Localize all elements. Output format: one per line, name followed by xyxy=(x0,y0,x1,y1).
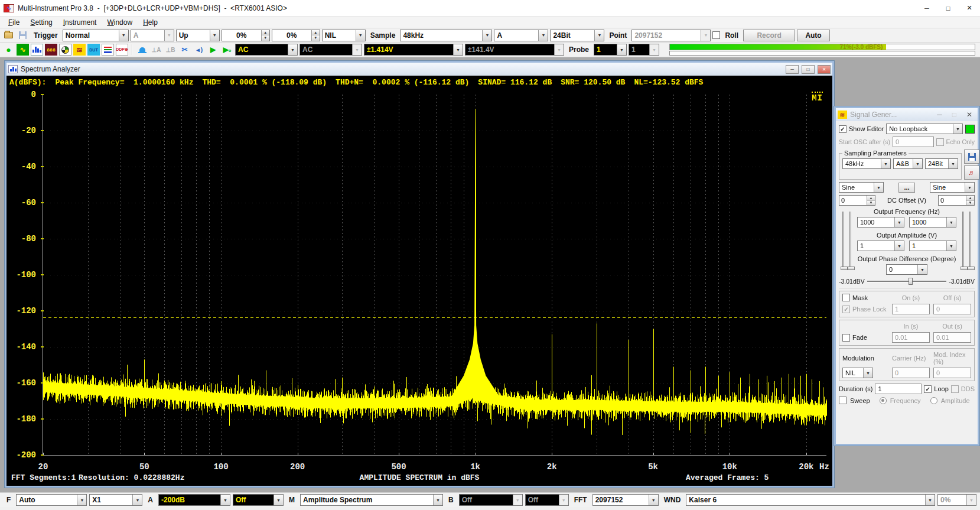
probe-calibration-icon[interactable]: ✂ xyxy=(178,44,191,56)
open-file-icon[interactable] xyxy=(2,30,15,41)
range-b-display-select[interactable]: Off▼ xyxy=(459,494,523,506)
mask-off-field[interactable]: 0 xyxy=(933,304,971,314)
show-editor-checkbox[interactable] xyxy=(839,125,846,133)
music-library-button[interactable]: ♬ xyxy=(964,165,979,180)
frequency-range-select[interactable]: Auto▼ xyxy=(16,494,87,506)
carrier-field[interactable]: 0 xyxy=(892,368,930,378)
trigger-level-stepper[interactable]: 0% ▲▼ xyxy=(222,30,270,41)
record-points-select[interactable]: 2097152▼ xyxy=(631,30,711,41)
run-indicator-button[interactable] xyxy=(965,125,975,134)
sweep-checkbox[interactable] xyxy=(839,397,846,404)
spectrum-3d-plot-icon[interactable] xyxy=(59,44,71,56)
play-icon[interactable]: ▶ xyxy=(207,44,219,56)
siggen-minimize-button[interactable]: ─ xyxy=(933,111,946,119)
bell-icon[interactable] xyxy=(136,44,148,56)
sampling-bits-select[interactable]: 24Bit▼ xyxy=(550,30,604,41)
spectrum-analyzer-icon[interactable] xyxy=(31,44,43,56)
duration-field[interactable]: 1 xyxy=(875,384,922,394)
siggen-channels-select[interactable]: A&B▼ xyxy=(893,158,923,169)
spectrum-canvas[interactable] xyxy=(41,90,830,461)
display-mode-select[interactable]: Amplitude Spectrum▼ xyxy=(300,494,443,506)
input-a-icon[interactable]: ⊥A xyxy=(150,44,162,56)
fade-out-field[interactable]: 0.01 xyxy=(933,332,971,343)
trigger-mode-select[interactable]: Normal▼ xyxy=(63,30,129,41)
waveform-more-button[interactable]: ... xyxy=(898,183,914,193)
maximize-button[interactable]: □ xyxy=(937,0,959,16)
sampling-rate-select[interactable]: 48kHz▼ xyxy=(400,30,492,41)
fade-checkbox[interactable] xyxy=(842,334,850,342)
minimize-button[interactable]: ─ xyxy=(916,0,937,16)
ddp-viewer-icon[interactable]: DDP⊕ xyxy=(116,44,128,56)
loop-checkbox[interactable] xyxy=(924,385,932,393)
fade-in-field[interactable]: 0.01 xyxy=(892,332,930,343)
trigger-delay-stepper[interactable]: 0% ▲▼ xyxy=(272,30,320,41)
trigger-edge-select[interactable]: Up▼ xyxy=(176,30,220,41)
speaker-icon[interactable]: ◄) xyxy=(193,44,205,56)
multimeter-icon[interactable]: 888 xyxy=(45,44,57,56)
window-function-select[interactable]: Kaiser 6▼ xyxy=(686,494,935,506)
menu-instrument[interactable]: Instrument xyxy=(58,17,102,28)
roll-checkbox[interactable] xyxy=(712,31,720,39)
record-button[interactable]: Record xyxy=(743,30,795,41)
phase-lock-checkbox[interactable] xyxy=(842,306,850,313)
start-osc-field[interactable]: 0 xyxy=(893,137,934,147)
amplitude-slider-a-outer[interactable] xyxy=(842,212,844,270)
frequency-b-select[interactable]: 1000▼ xyxy=(909,217,956,228)
amplitude-slider-b-outer[interactable] xyxy=(969,212,971,270)
save-signal-button[interactable] xyxy=(964,150,979,164)
phase-difference-select[interactable]: 0▼ xyxy=(886,264,927,275)
dds-checkbox[interactable] xyxy=(951,385,959,393)
range-b-select[interactable]: ±141.4V▼ xyxy=(465,44,564,56)
trigger-source-select[interactable]: A▼ xyxy=(131,30,174,41)
data-logger-icon[interactable] xyxy=(102,44,114,56)
device-test-plan-icon[interactable]: DUT xyxy=(87,44,100,56)
coupling-a-select[interactable]: AC▼ xyxy=(235,44,298,56)
menu-setting[interactable]: Setting xyxy=(25,17,57,28)
ref-b-select[interactable]: Off▼ xyxy=(525,494,569,506)
dc-offset-a-stepper[interactable]: 0 ▲▼ xyxy=(839,195,875,206)
run-icon[interactable]: ● xyxy=(2,44,15,56)
amplitude-b-select[interactable]: 1▼ xyxy=(909,241,956,251)
hpf-select[interactable]: NIL▼ xyxy=(322,30,366,41)
probe-b-select[interactable]: 1▼ xyxy=(629,44,659,56)
spectrum-close-button[interactable]: ✕ xyxy=(818,65,831,74)
fft-points-select[interactable]: 2097152▼ xyxy=(592,494,659,506)
close-button[interactable]: ✕ xyxy=(959,0,980,16)
menu-help[interactable]: Help xyxy=(138,17,162,28)
dc-offset-b-stepper[interactable]: 0 ▲▼ xyxy=(938,195,975,206)
amplitude-slider-a-inner[interactable] xyxy=(849,212,851,270)
ref-a-select[interactable]: Off▼ xyxy=(233,494,284,506)
sweep-amplitude-radio[interactable] xyxy=(930,397,937,404)
spectrum-minimize-button[interactable]: ─ xyxy=(786,65,799,74)
siggen-close-button[interactable]: ✕ xyxy=(963,111,976,119)
menu-file[interactable]: File xyxy=(4,17,24,28)
mask-checkbox[interactable] xyxy=(842,294,850,301)
amplitude-a-select[interactable]: 1▼ xyxy=(857,241,904,251)
sampling-channel-select[interactable]: A▼ xyxy=(494,30,548,41)
auto-button[interactable]: Auto xyxy=(797,30,830,41)
siggen-rate-select[interactable]: 48kHz▼ xyxy=(842,158,891,169)
signal-generator-icon[interactable]: ≋ xyxy=(73,44,86,56)
modulation-select[interactable]: NIL▼ xyxy=(842,368,873,378)
echo-only-checkbox[interactable] xyxy=(936,138,944,146)
zoom-select[interactable]: X1▼ xyxy=(89,494,142,506)
play-loop-icon[interactable]: ▶o xyxy=(221,44,233,56)
overlap-select[interactable]: 0%▼ xyxy=(937,494,976,506)
coupling-b-select[interactable]: AC▼ xyxy=(299,44,362,56)
mod-index-field[interactable]: 0 xyxy=(933,368,971,378)
spectrum-maximize-button[interactable]: □ xyxy=(802,65,815,74)
spectrum-window-titlebar[interactable]: Spectrum Analyzer ─ □ ✕ xyxy=(6,63,832,76)
output-balance-slider[interactable] xyxy=(867,277,946,285)
oscilloscope-icon[interactable]: ∿ xyxy=(17,44,29,56)
menu-window[interactable]: Window xyxy=(102,17,137,28)
siggen-bits-select[interactable]: 24Bit▼ xyxy=(925,158,958,169)
frequency-a-select[interactable]: 1000▼ xyxy=(857,217,904,228)
waveform-a-select[interactable]: Sine▼ xyxy=(839,182,884,193)
save-icon[interactable] xyxy=(17,30,29,41)
siggen-maximize-button[interactable]: □ xyxy=(949,111,960,119)
sweep-frequency-radio[interactable] xyxy=(880,397,887,404)
siggen-titlebar[interactable]: ≋ Signal Gener... ─ □ ✕ xyxy=(836,108,978,121)
waveform-b-select[interactable]: Sine▼ xyxy=(930,182,975,193)
range-a-display-select[interactable]: -200dB▼ xyxy=(158,494,230,506)
range-a-select[interactable]: ±1.414V▼ xyxy=(364,44,463,56)
